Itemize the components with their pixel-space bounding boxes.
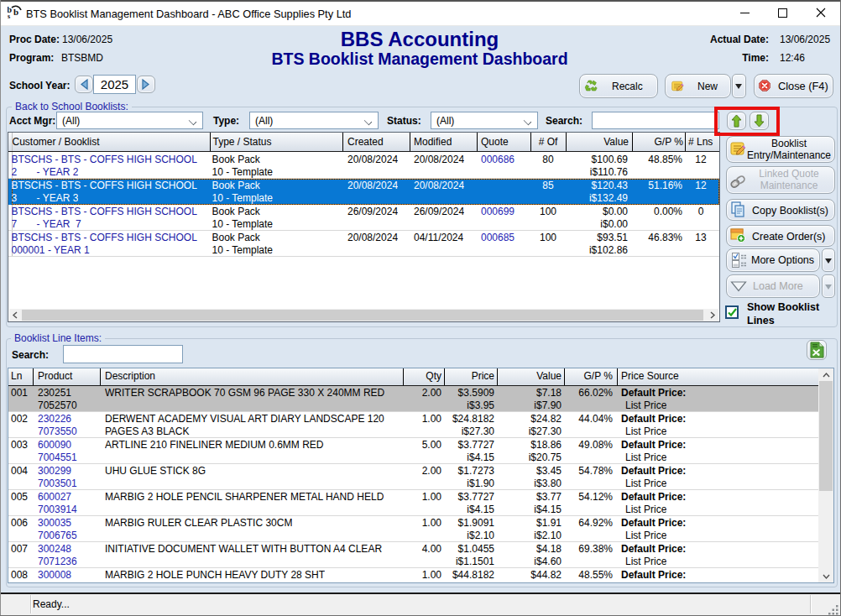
svg-text:s: s [8,13,10,19]
svg-text:b: b [13,7,18,17]
